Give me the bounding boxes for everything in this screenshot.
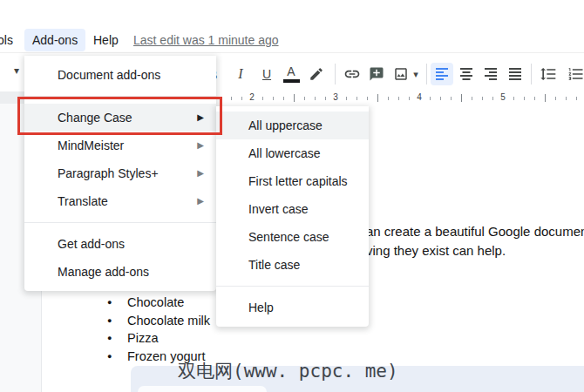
menu-item-label: Translate	[58, 194, 108, 208]
underline-button[interactable]: U	[255, 63, 278, 85]
menu-item-translate[interactable]: Translate ▶	[24, 187, 216, 215]
highlight-pen-icon[interactable]	[305, 63, 328, 85]
menu-item-mindmeister[interactable]: MindMeister ▶	[24, 132, 216, 159]
submenu-arrow-icon: ▶	[197, 159, 204, 187]
submenu-item-help[interactable]: Help	[216, 294, 369, 321]
toolbar-divider	[531, 64, 532, 84]
google-docs-window: ols Add-ons Help Last edit was 1 minute …	[0, 0, 584, 392]
menu-item-paragraph-styles[interactable]: Paragraph Styles+ ▶	[24, 159, 216, 187]
addons-dropdown-menu: Document add-ons Change Case ▶ MindMeist…	[24, 56, 216, 291]
numbered-list-icon[interactable]	[565, 63, 584, 85]
list-item[interactable]: Pizza	[101, 329, 210, 348]
menubar: ols Add-ons Help Last edit was 1 minute …	[0, 0, 584, 52]
list-item[interactable]: Chocolate milk	[101, 312, 210, 330]
menu-item-label: Change Case	[58, 111, 132, 125]
italic-button[interactable]: I	[229, 63, 252, 85]
document-text-line[interactable]: an create a beautiful Google documen	[366, 224, 584, 239]
menu-item-label: MindMeister	[58, 139, 124, 152]
submenu-item-first-letter-capitals[interactable]: First letter capitals	[216, 167, 369, 195]
menu-item-change-case[interactable]: Change Case ▶	[24, 104, 216, 132]
menu-divider	[216, 286, 369, 287]
menu-tools[interactable]: ols	[0, 29, 21, 51]
align-right-button[interactable]	[479, 63, 502, 85]
list-item[interactable]: Chocolate	[101, 294, 210, 312]
table-cell-edge	[138, 386, 267, 392]
last-edit-link[interactable]: Last edit was 1 minute ago	[133, 29, 279, 51]
watermark-text: 双电网(www. pcpc. me)	[178, 359, 398, 383]
line-spacing-icon[interactable]	[537, 63, 560, 85]
align-center-button[interactable]	[455, 63, 478, 85]
submenu-item-sentence-case[interactable]: Sentence case	[216, 223, 369, 251]
menu-item-document-addons[interactable]: Document add-ons	[24, 61, 216, 89]
submenu-item-all-uppercase[interactable]: All uppercase	[216, 112, 369, 139]
submenu-item-all-lowercase[interactable]: All lowercase	[216, 139, 369, 167]
change-case-submenu: All uppercase All lowercase First letter…	[216, 106, 369, 327]
text-color-button[interactable]: A	[280, 63, 302, 85]
insert-image-dropdown-icon[interactable]: ▾	[410, 63, 422, 85]
toolbar-dropdown-caret-icon[interactable]: ▾	[14, 64, 19, 77]
align-justify-button[interactable]	[504, 63, 526, 85]
menu-divider	[24, 96, 216, 97]
submenu-item-title-case[interactable]: Title case	[216, 251, 369, 279]
text-color-letter: A	[287, 65, 295, 78]
ruler-number: 2	[246, 91, 258, 104]
ruler-mid-ticks	[210, 94, 584, 102]
insert-link-icon[interactable]	[341, 63, 363, 85]
toolbar-divider	[335, 64, 336, 84]
menu-help[interactable]: Help	[85, 29, 126, 51]
menu-item-get-addons[interactable]: Get add-ons	[24, 230, 216, 258]
align-left-button[interactable]	[431, 63, 453, 85]
menu-item-manage-addons[interactable]: Manage add-ons	[24, 258, 216, 286]
submenu-arrow-icon: ▶	[197, 187, 204, 215]
menu-item-label: Paragraph Styles+	[58, 166, 159, 180]
menu-divider	[24, 222, 216, 223]
bullet-list: Chocolate Chocolate milk Pizza Frozen yo…	[101, 294, 210, 365]
document-text-line[interactable]: ving they exist can help.	[366, 243, 506, 258]
submenu-arrow-icon: ▶	[197, 104, 204, 132]
ruler-number: 3	[329, 91, 342, 104]
text-color-swatch	[283, 79, 300, 83]
add-comment-icon[interactable]	[365, 63, 388, 85]
toolbar-divider	[426, 64, 427, 84]
submenu-item-invert-case[interactable]: Invert case	[216, 195, 369, 223]
submenu-arrow-icon: ▶	[197, 132, 204, 159]
ruler-number: 4	[413, 91, 425, 104]
menu-addons[interactable]: Add-ons	[24, 29, 85, 51]
ruler-number: 5	[497, 91, 509, 104]
